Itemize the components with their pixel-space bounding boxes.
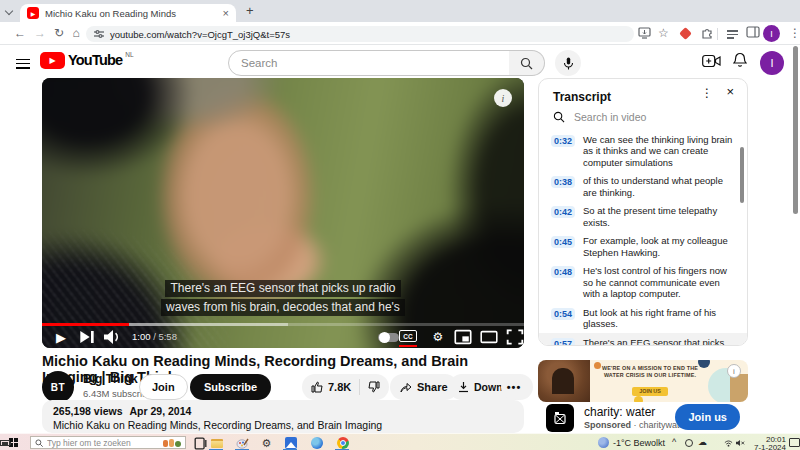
chrome-browser-icon[interactable]	[336, 437, 349, 450]
reading-list-icon[interactable]	[727, 28, 738, 41]
new-tab-button[interactable]: +	[246, 3, 254, 18]
action-center-icon[interactable]	[789, 438, 800, 447]
volume-icon[interactable]	[104, 329, 122, 345]
settings-gear-icon[interactable]: ⚙	[429, 329, 447, 345]
subscribe-button[interactable]: Subscribe	[190, 374, 271, 400]
cue-timestamp[interactable]: 0:54	[551, 308, 575, 320]
page-scrollbar[interactable]	[793, 46, 798, 214]
transcript-cue-active[interactable]: 0:57There's an EEG sensor that picks up …	[539, 333, 747, 346]
cue-timestamp[interactable]: 0:38	[551, 176, 575, 188]
channel-avatar[interactable]: BT	[42, 371, 74, 403]
like-icon[interactable]	[311, 381, 323, 393]
ad-join-button[interactable]: Join us	[675, 404, 740, 430]
tab-close-icon[interactable]: ×	[223, 7, 229, 19]
ad-info-icon[interactable]: i	[727, 364, 741, 378]
wifi-icon[interactable]	[724, 439, 733, 447]
transcript-more-icon[interactable]: ⋮	[701, 86, 713, 100]
site-settings-icon[interactable]	[94, 29, 104, 39]
extensions-puzzle-icon[interactable]	[701, 26, 714, 39]
reload-button[interactable]: ↻	[51, 26, 67, 40]
guide-menu-icon[interactable]	[16, 56, 30, 71]
youtube-logo[interactable]: ▶ YouTube NL	[40, 52, 134, 69]
search-icon	[553, 111, 565, 123]
miniplayer-button[interactable]	[454, 329, 472, 345]
advertiser-name[interactable]: charity: water	[584, 405, 655, 419]
cue-timestamp[interactable]: 0:48	[551, 266, 575, 278]
edge-browser-icon[interactable]	[310, 437, 323, 450]
taskbar-search-input[interactable]	[47, 438, 147, 448]
side-panel-icon[interactable]	[746, 26, 760, 38]
youtube-profile-avatar[interactable]: I	[760, 51, 784, 75]
share-button[interactable]: Share	[390, 374, 458, 400]
taskbar-weather[interactable]: -1°C Bewolkt	[598, 437, 665, 448]
home-button[interactable]: ⌂	[68, 26, 84, 40]
battery-icon[interactable]	[0, 440, 10, 446]
play-button[interactable]: ▶	[52, 329, 70, 345]
cue-timestamp[interactable]: 0:57	[551, 338, 575, 347]
paint-icon[interactable]	[236, 437, 249, 450]
ad-banner[interactable]: WE'RE ON A MISSION TO END THE WATER CRIS…	[538, 360, 748, 402]
bookmark-star-icon[interactable]: ☆	[658, 26, 669, 40]
onedrive-cloud-icon[interactable]: ☁	[698, 438, 707, 447]
video-player[interactable]: i There's an EEG sensor that picks up ra…	[42, 78, 524, 348]
transcript-cue[interactable]: 0:42So at the present time telepathy exi…	[539, 202, 747, 232]
search-icon	[520, 57, 533, 70]
transcript-close-icon[interactable]: ×	[726, 84, 734, 99]
voice-search-button[interactable]	[555, 50, 581, 76]
youtube-search-box[interactable]	[228, 50, 510, 76]
caption-overlay: There's an EEG sensor that picks up radi…	[42, 278, 524, 316]
browser-tab[interactable]: ▶ Michio Kaku on Reading Minds ×	[20, 4, 236, 22]
forward-button[interactable]: →	[32, 26, 48, 40]
notifications-bell-icon[interactable]	[733, 52, 747, 68]
taskbar-clock[interactable]: 20:01 7-1-2024	[744, 435, 786, 450]
view-count: 265,198 views	[53, 405, 122, 417]
captions-button[interactable]: CC	[399, 330, 417, 342]
browser-profile-avatar[interactable]: I	[763, 25, 780, 42]
video-info-icon[interactable]: i	[494, 89, 512, 107]
create-video-icon[interactable]	[702, 54, 721, 68]
back-button[interactable]: ←	[12, 26, 28, 40]
transcript-search-input[interactable]	[574, 111, 714, 123]
ad-banner-cta[interactable]: JOIN US	[632, 387, 668, 396]
youtube-search-button[interactable]	[509, 50, 545, 76]
tab-search-chevron-icon[interactable]	[6, 8, 14, 16]
transcript-search[interactable]	[539, 106, 747, 130]
cue-timestamp[interactable]: 0:45	[551, 236, 575, 248]
transcript-cue[interactable]: 0:45For example, look at my colleague St…	[539, 232, 747, 262]
extension-pinned-icon[interactable]	[679, 27, 692, 40]
transcript-cue[interactable]: 0:54But look at his right frame of his g…	[539, 303, 747, 333]
browser-menu-icon[interactable]: ⋮	[789, 26, 800, 40]
youtube-search-input[interactable]	[241, 57, 497, 69]
next-button[interactable]	[78, 329, 96, 345]
tray-expand-caret[interactable]: ^	[672, 438, 676, 447]
task-view-icon[interactable]	[194, 437, 207, 450]
video-stats: 265,198 viewsApr 29, 2014	[53, 405, 513, 417]
settings-gear-icon[interactable]: ⚙	[260, 437, 273, 450]
fullscreen-button[interactable]	[506, 329, 524, 345]
cue-timestamp[interactable]: 0:42	[551, 206, 575, 218]
youtube-favicon-icon: ▶	[27, 7, 39, 19]
autoplay-toggle[interactable]	[378, 333, 399, 342]
clock-date: 7-1-2024	[744, 444, 786, 450]
transcript-cue[interactable]: 0:38of this to understand what people ar…	[539, 172, 747, 202]
transcript-scrollbar[interactable]	[740, 147, 744, 203]
transcript-cue[interactable]: 0:32We can see the thinking living brain…	[539, 130, 747, 172]
dislike-icon[interactable]	[368, 381, 380, 393]
file-explorer-icon[interactable]	[210, 437, 223, 450]
taskbar-search-box[interactable]	[30, 436, 186, 449]
charity-water-logo[interactable]	[546, 404, 574, 432]
ad-text-block: WE'RE ON A MISSION TO END THE WATER CRIS…	[598, 365, 702, 397]
cue-timestamp[interactable]: 0:32	[551, 135, 575, 147]
send-to-device-icon[interactable]	[638, 26, 651, 39]
microphone-icon	[563, 57, 574, 70]
tray-app-icon[interactable]	[685, 439, 693, 447]
photos-app-icon[interactable]	[284, 437, 297, 450]
address-bar[interactable]: youtube.com/watch?v=OjcgT_oj3jQ&t=57s	[86, 26, 634, 42]
caption-line-1: There's an EEG sensor that picks up radi…	[165, 280, 400, 297]
theater-mode-button[interactable]	[480, 329, 498, 345]
more-actions-button[interactable]: •••	[501, 374, 527, 400]
search-icon	[35, 439, 43, 447]
join-button[interactable]: Join	[139, 374, 188, 400]
transcript-cue[interactable]: 0:48He's lost control of his fingers now…	[539, 262, 747, 304]
description-box[interactable]: 265,198 viewsApr 29, 2014 Michio Kaku on…	[42, 400, 524, 433]
